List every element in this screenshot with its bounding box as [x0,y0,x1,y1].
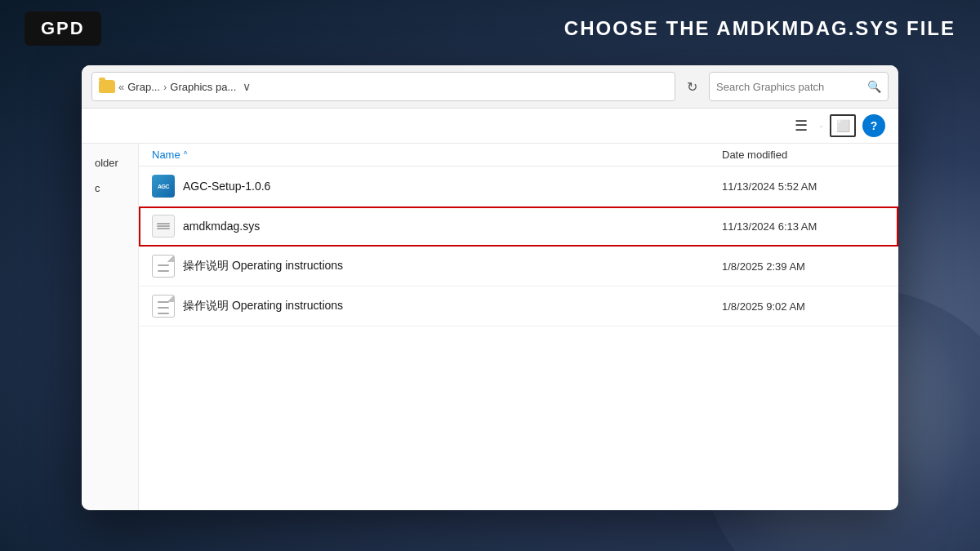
doc-line-2 [158,270,169,272]
header-bar: GPD CHOOSE THE AMDKMDAG.SYS FILE [0,0,980,57]
col-header-date[interactable]: Date modified [722,149,885,161]
doc-icon [152,255,175,278]
table-row[interactable]: 操作说明 Operating instructions 1/8/2025 9:0… [139,287,898,327]
toolbar: ☰ · ⬜ ? [82,109,898,144]
file-name-cell: 操作说明 Operating instructions [152,295,722,318]
help-button[interactable]: ? [862,114,885,137]
sidebar-item-c[interactable]: c [82,176,138,201]
file-name: 操作说明 Operating instructions [183,259,343,273]
file-name: 操作说明 Operating instructions [183,299,343,313]
file-name-cell: 操作说明 Operating instructions [152,255,722,278]
file-name-cell: amdkmdag.sys [152,215,722,238]
file-date: 11/13/2024 5:52 AM [722,180,885,193]
refresh-button[interactable]: ↻ [682,78,702,96]
file-icon-txt [152,295,175,318]
sidebar: older c [82,144,139,510]
header-title: CHOOSE THE AMDKMDAG.SYS FILE [564,17,956,40]
breadcrumb-path2: Graphics pa... [170,81,236,93]
toolbar-separator: · [819,118,823,135]
col-header-name[interactable]: Name ^ [152,149,722,161]
breadcrumb-nav-sep: « [118,81,124,93]
table-row[interactable]: 操作说明 Operating instructions 1/8/2025 2:3… [139,247,898,287]
breadcrumb-arrow: › [163,81,167,93]
txt-icon [152,295,175,318]
file-date: 11/13/2024 6:13 AM [722,220,885,233]
sys-line-1 [157,223,170,224]
col-name-label: Name [152,149,180,161]
help-icon: ? [871,119,878,132]
file-icon-agc: AGC [152,175,175,198]
doc-corner [167,256,174,262]
sys-line-3 [157,228,170,229]
search-box: 🔍 [709,72,889,101]
explorer-window: « Grap... › Graphics pa... ∨ ↻ 🔍 ☰ · ⬜ ?… [82,65,898,510]
file-date: 1/8/2025 2:39 AM [722,260,885,273]
agc-icon: AGC [152,175,175,198]
file-list-header: Name ^ Date modified [139,144,898,167]
col-name-sort: ^ [184,150,188,159]
search-icon: 🔍 [867,80,881,93]
sys-line-2 [157,225,170,227]
file-icon-sys [152,215,175,238]
doc-corner [167,295,174,302]
breadcrumb: « Grap... › Graphics pa... ∨ [91,72,675,101]
file-icon-doc [152,255,175,278]
file-name: amdkmdag.sys [183,220,260,233]
gpd-logo: GPD [24,11,101,46]
file-name-cell: AGC AGC-Setup-1.0.6 [152,175,722,198]
table-row[interactable]: AGC AGC-Setup-1.0.6 11/13/2024 5:52 AM [139,167,898,207]
file-pane: Name ^ Date modified AGC AGC-Setup-1.0.6… [139,144,898,510]
txt-line-3 [158,313,169,314]
preview-icon: ⬜ [836,119,850,132]
main-content: older c Name ^ Date modified AGC AGC-Set… [82,144,898,510]
preview-pane-button[interactable]: ⬜ [830,114,856,137]
doc-line-1 [158,264,169,266]
sys-icon [152,215,175,238]
folder-icon [99,80,115,93]
address-bar: « Grap... › Graphics pa... ∨ ↻ 🔍 [82,65,898,109]
file-date: 1/8/2025 9:02 AM [722,300,885,313]
file-name: AGC-Setup-1.0.6 [183,180,270,193]
txt-line-2 [158,307,169,309]
sidebar-item-folder[interactable]: older [82,150,138,176]
path-chevron-button[interactable]: ∨ [239,78,254,95]
search-input[interactable] [716,81,862,93]
view-options-button[interactable]: ☰ [790,113,813,138]
table-row[interactable]: amdkmdag.sys 11/13/2024 6:13 AM [139,207,898,247]
breadcrumb-path1: Grap... [127,81,160,93]
